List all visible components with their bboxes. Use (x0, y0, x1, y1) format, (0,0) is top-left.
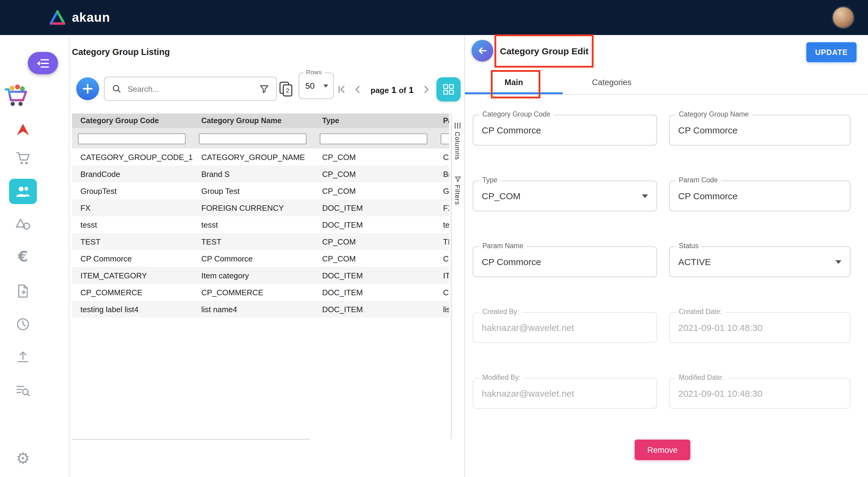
table-row[interactable]: BrandCodeBrand SCP_COMBrandCode (72, 165, 449, 182)
cell-code: ITEM_CATEGORY (72, 271, 193, 280)
column-header[interactable]: Type (314, 116, 435, 125)
cell-code: CP_COMMERCE (72, 288, 193, 297)
current-page: 1 (392, 84, 397, 95)
red-app-logo-icon (15, 122, 31, 138)
sidebar-item-cart[interactable] (0, 151, 46, 165)
table-row[interactable]: CP CommorceCP CommorceCP_COMCP Commorce (72, 250, 449, 267)
table-row[interactable]: TESTTESTCP_COMTEST (72, 233, 449, 250)
tab-main[interactable]: Main (465, 71, 563, 94)
filter-funnel-icon[interactable] (259, 84, 269, 94)
total-pages: 1 (409, 84, 414, 95)
table-row[interactable]: GroupTestGroup TestCP_COMGroupTest (72, 182, 449, 199)
table-row[interactable]: FXFOREIGN CURRENCYDOC_ITEMFX (72, 199, 449, 216)
cell-type: DOC_ITEM (314, 271, 435, 280)
cell-name: Brand S (193, 169, 314, 178)
table-side-toolbar: Columns Filters (451, 113, 464, 439)
param-code-field[interactable]: Param Code CP Commorce (669, 180, 850, 211)
first-page-icon (336, 84, 347, 95)
back-button[interactable] (471, 40, 493, 62)
table-row[interactable]: ITEM_CATEGORYItem categoryDOC_ITEMITEM_C… (72, 267, 449, 284)
sidebar-item-categories[interactable] (0, 217, 46, 231)
store-logo-icon[interactable] (2, 83, 30, 111)
table-row[interactable]: CATEGORY_GROUP_CODE_1CATEGORY_GROUP_NAME… (72, 148, 449, 165)
chevron-down-icon (323, 84, 328, 88)
table-filter-row (72, 128, 449, 148)
columns-panel-toggle[interactable]: Columns (452, 122, 464, 160)
chevron-down-icon (642, 195, 648, 198)
menu-toggle-icon (36, 58, 50, 68)
search-icon (112, 84, 122, 94)
cell-param: BrandCode (435, 169, 449, 178)
cell-name: Group Test (193, 186, 314, 195)
field-value: CP Commorce (482, 247, 541, 277)
sidebar-item-people[interactable] (9, 179, 37, 204)
prev-page-button[interactable] (352, 84, 363, 95)
sidebar-item-documents[interactable] (0, 284, 46, 298)
column-header[interactable]: Category Group Code (72, 116, 193, 125)
cell-name: CP Commorce (193, 254, 314, 263)
column-filter-input[interactable] (441, 133, 449, 144)
modified-date-field: Modified Date: 2021-09-01 10:48:30 (669, 378, 850, 409)
cell-code: CP Commorce (72, 254, 193, 263)
field-value: 2021-09-01 10:48:30 (678, 379, 763, 408)
type-select[interactable]: Type CP_COM (473, 180, 657, 211)
pagination: page 1 of 1 (336, 81, 448, 98)
sidebar-item-upload[interactable] (0, 350, 46, 364)
sidebar-toggle-button[interactable] (28, 52, 58, 74)
cell-type: CP_COM (314, 152, 435, 162)
param-name-field[interactable]: Param Name CP Commorce (473, 246, 657, 277)
column-filter-input[interactable] (320, 133, 427, 144)
next-page-button[interactable] (421, 84, 432, 95)
cell-type: DOC_ITEM (314, 288, 435, 297)
tab-categories[interactable]: Categories (563, 71, 661, 94)
column-filter-input[interactable] (78, 133, 186, 144)
editor-title: Category Group Edit (500, 46, 588, 56)
sidebar-item-currency[interactable]: € (0, 249, 46, 264)
column-header[interactable]: Param Code (435, 116, 449, 125)
cell-param: TEST (435, 237, 449, 246)
column-filter-input[interactable] (199, 133, 306, 144)
panel-divider (69, 35, 69, 477)
first-page-button[interactable] (336, 84, 347, 95)
rows-per-page-select[interactable]: Rows 50 (299, 72, 334, 99)
sidebar-item-audit[interactable] (0, 384, 46, 397)
cell-code: testing label list4 (72, 305, 193, 314)
topbar: akaun (0, 0, 868, 35)
svg-text:2: 2 (286, 87, 289, 94)
table-row[interactable]: testing label list4list name4DOC_ITEMlis… (72, 301, 449, 317)
cell-type: CP_COM (314, 186, 435, 195)
duplicate-view-button[interactable]: 2 (278, 81, 294, 97)
cell-code: FX (72, 203, 193, 212)
gear-icon: ⚙ (16, 450, 30, 466)
remove-button[interactable]: Remove (635, 440, 690, 460)
people-icon (15, 185, 31, 198)
sidebar-item-brand[interactable] (0, 122, 46, 138)
akaun-logo: akaun (49, 0, 110, 35)
cell-name: FOREIGN CURRENCY (193, 203, 314, 212)
sidebar-item-settings[interactable]: ⚙ (0, 450, 46, 466)
filters-panel-toggle[interactable]: Filters (452, 176, 464, 205)
sidebar: € (0, 35, 46, 477)
cell-param: ITEM_CATEGORY (435, 271, 449, 280)
cell-param: CATEGORY_GROUP_CODE_1 (435, 152, 449, 162)
add-button[interactable] (76, 77, 99, 100)
cell-param: tesst (435, 220, 449, 229)
table-row[interactable]: tessttesstDOC_ITEMtesst (72, 216, 449, 233)
cell-name: CATEGORY_GROUP_NAME (193, 152, 314, 162)
search-input[interactable] (126, 83, 259, 94)
table-row[interactable]: CP_COMMERCECP_COMMERCEDOC_ITEMCP_COMMERC… (72, 284, 449, 301)
cell-type: CP_COM (314, 254, 435, 263)
rows-value: 50 (305, 81, 315, 91)
category-group-code-field[interactable]: Category Group Code CP Commorce (473, 115, 657, 145)
columns-icon (454, 122, 461, 129)
apps-grid-button[interactable] (436, 77, 461, 101)
history-icon (16, 317, 30, 332)
cell-name: CP_COMMERCE (193, 288, 314, 297)
update-button[interactable]: UPDATE (806, 42, 857, 62)
user-avatar[interactable] (832, 6, 855, 29)
column-header[interactable]: Category Group Name (193, 116, 314, 125)
sidebar-item-history[interactable] (0, 317, 46, 332)
category-group-name-field[interactable]: Category Group Name CP Commorce (669, 115, 850, 145)
field-value: CP Commorce (678, 115, 738, 145)
status-select[interactable]: Status ACTIVE (669, 246, 850, 277)
